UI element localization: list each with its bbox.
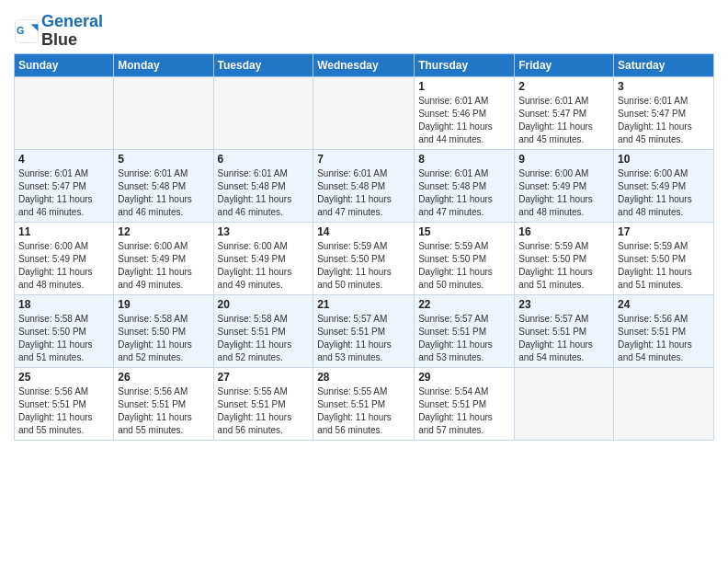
day-number: 29 <box>418 371 510 384</box>
day-info: Sunrise: 5:59 AM Sunset: 5:50 PM Dayligh… <box>518 240 609 292</box>
page-header: G GeneralBlue <box>14 9 714 50</box>
calendar-cell: 24Sunrise: 5:56 AM Sunset: 5:51 PM Dayli… <box>614 294 714 367</box>
calendar-cell: 16Sunrise: 5:59 AM Sunset: 5:50 PM Dayli… <box>515 222 614 294</box>
logo-icon: G <box>14 18 40 44</box>
day-info: Sunrise: 5:59 AM Sunset: 5:50 PM Dayligh… <box>618 240 710 292</box>
calendar-cell: 8Sunrise: 6:01 AM Sunset: 5:48 PM Daylig… <box>415 149 515 222</box>
day-info: Sunrise: 6:00 AM Sunset: 5:49 PM Dayligh… <box>118 240 209 292</box>
calendar-week-row: 11Sunrise: 6:00 AM Sunset: 5:49 PM Dayli… <box>15 222 714 294</box>
day-info: Sunrise: 6:00 AM Sunset: 5:49 PM Dayligh… <box>618 167 710 219</box>
day-number: 10 <box>618 153 710 166</box>
calendar-cell: 29Sunrise: 5:54 AM Sunset: 5:51 PM Dayli… <box>415 367 515 440</box>
day-number: 18 <box>18 298 109 311</box>
day-number: 19 <box>118 298 209 311</box>
calendar-cell: 23Sunrise: 5:57 AM Sunset: 5:51 PM Dayli… <box>515 294 614 367</box>
day-number: 20 <box>218 298 310 311</box>
day-number: 21 <box>317 298 410 311</box>
calendar-header-row: SundayMondayTuesdayWednesdayThursdayFrid… <box>15 53 714 76</box>
calendar-week-row: 18Sunrise: 5:58 AM Sunset: 5:50 PM Dayli… <box>15 294 714 367</box>
day-info: Sunrise: 5:55 AM Sunset: 5:51 PM Dayligh… <box>317 385 410 437</box>
calendar-table: SundayMondayTuesdayWednesdayThursdayFrid… <box>14 53 714 441</box>
day-info: Sunrise: 6:00 AM Sunset: 5:49 PM Dayligh… <box>218 240 310 292</box>
calendar-cell: 1Sunrise: 6:01 AM Sunset: 5:46 PM Daylig… <box>415 76 515 149</box>
day-number: 13 <box>218 225 310 238</box>
calendar-cell: 15Sunrise: 5:59 AM Sunset: 5:50 PM Dayli… <box>415 222 515 294</box>
day-info: Sunrise: 6:01 AM Sunset: 5:48 PM Dayligh… <box>317 167 410 219</box>
calendar-cell: 19Sunrise: 5:58 AM Sunset: 5:50 PM Dayli… <box>114 294 213 367</box>
day-number: 15 <box>418 225 510 238</box>
calendar-cell: 27Sunrise: 5:55 AM Sunset: 5:51 PM Dayli… <box>213 367 313 440</box>
day-info: Sunrise: 5:59 AM Sunset: 5:50 PM Dayligh… <box>317 240 410 292</box>
day-info: Sunrise: 5:56 AM Sunset: 5:51 PM Dayligh… <box>118 385 209 437</box>
day-number: 23 <box>518 298 609 311</box>
calendar-cell: 7Sunrise: 6:01 AM Sunset: 5:48 PM Daylig… <box>313 149 415 222</box>
calendar-cell: 11Sunrise: 6:00 AM Sunset: 5:49 PM Dayli… <box>15 222 114 294</box>
logo: G GeneralBlue <box>14 13 103 50</box>
calendar-cell: 21Sunrise: 5:57 AM Sunset: 5:51 PM Dayli… <box>313 294 415 367</box>
calendar-cell: 17Sunrise: 5:59 AM Sunset: 5:50 PM Dayli… <box>614 222 714 294</box>
header-cell-tuesday: Tuesday <box>213 53 313 76</box>
day-number: 2 <box>518 80 609 93</box>
day-number: 16 <box>518 225 609 238</box>
calendar-cell <box>614 367 714 440</box>
calendar-week-row: 4Sunrise: 6:01 AM Sunset: 5:47 PM Daylig… <box>15 149 714 222</box>
day-number: 4 <box>18 153 109 166</box>
day-info: Sunrise: 6:00 AM Sunset: 5:49 PM Dayligh… <box>18 240 109 292</box>
day-info: Sunrise: 5:59 AM Sunset: 5:50 PM Dayligh… <box>418 240 510 292</box>
day-info: Sunrise: 5:58 AM Sunset: 5:50 PM Dayligh… <box>18 313 109 364</box>
day-info: Sunrise: 6:01 AM Sunset: 5:47 PM Dayligh… <box>618 95 710 146</box>
day-info: Sunrise: 5:54 AM Sunset: 5:51 PM Dayligh… <box>418 385 510 437</box>
day-number: 22 <box>418 298 510 311</box>
calendar-cell: 13Sunrise: 6:00 AM Sunset: 5:49 PM Dayli… <box>213 222 313 294</box>
calendar-cell: 9Sunrise: 6:00 AM Sunset: 5:49 PM Daylig… <box>515 149 614 222</box>
day-info: Sunrise: 6:00 AM Sunset: 5:49 PM Dayligh… <box>518 167 609 219</box>
calendar-cell: 6Sunrise: 6:01 AM Sunset: 5:48 PM Daylig… <box>213 149 313 222</box>
day-info: Sunrise: 6:01 AM Sunset: 5:47 PM Dayligh… <box>18 167 109 219</box>
day-number: 12 <box>118 225 209 238</box>
header-cell-wednesday: Wednesday <box>313 53 415 76</box>
calendar-cell: 18Sunrise: 5:58 AM Sunset: 5:50 PM Dayli… <box>15 294 114 367</box>
day-info: Sunrise: 5:57 AM Sunset: 5:51 PM Dayligh… <box>418 313 510 364</box>
header-cell-saturday: Saturday <box>614 53 714 76</box>
header-cell-friday: Friday <box>515 53 614 76</box>
day-number: 11 <box>18 225 109 238</box>
header-cell-sunday: Sunday <box>15 53 114 76</box>
calendar-cell: 25Sunrise: 5:56 AM Sunset: 5:51 PM Dayli… <box>15 367 114 440</box>
day-info: Sunrise: 6:01 AM Sunset: 5:48 PM Dayligh… <box>418 167 510 219</box>
calendar-cell: 3Sunrise: 6:01 AM Sunset: 5:47 PM Daylig… <box>614 76 714 149</box>
calendar-cell <box>515 367 614 440</box>
day-number: 26 <box>118 371 209 384</box>
day-info: Sunrise: 6:01 AM Sunset: 5:48 PM Dayligh… <box>218 167 310 219</box>
calendar-cell <box>114 76 213 149</box>
day-info: Sunrise: 5:56 AM Sunset: 5:51 PM Dayligh… <box>18 385 109 437</box>
calendar-cell: 5Sunrise: 6:01 AM Sunset: 5:48 PM Daylig… <box>114 149 213 222</box>
day-info: Sunrise: 5:58 AM Sunset: 5:50 PM Dayligh… <box>118 313 209 364</box>
day-number: 5 <box>118 153 209 166</box>
day-info: Sunrise: 5:56 AM Sunset: 5:51 PM Dayligh… <box>618 313 710 364</box>
day-info: Sunrise: 5:58 AM Sunset: 5:51 PM Dayligh… <box>218 313 310 364</box>
calendar-cell: 28Sunrise: 5:55 AM Sunset: 5:51 PM Dayli… <box>313 367 415 440</box>
calendar-cell: 4Sunrise: 6:01 AM Sunset: 5:47 PM Daylig… <box>15 149 114 222</box>
calendar-cell: 12Sunrise: 6:00 AM Sunset: 5:49 PM Dayli… <box>114 222 213 294</box>
calendar-cell <box>15 76 114 149</box>
day-number: 27 <box>218 371 310 384</box>
day-info: Sunrise: 6:01 AM Sunset: 5:48 PM Dayligh… <box>118 167 209 219</box>
day-info: Sunrise: 6:01 AM Sunset: 5:47 PM Dayligh… <box>518 95 609 146</box>
day-number: 7 <box>317 153 410 166</box>
logo-text: GeneralBlue <box>41 13 103 50</box>
day-info: Sunrise: 5:55 AM Sunset: 5:51 PM Dayligh… <box>218 385 310 437</box>
day-number: 25 <box>18 371 109 384</box>
calendar-cell <box>313 76 415 149</box>
day-info: Sunrise: 5:57 AM Sunset: 5:51 PM Dayligh… <box>317 313 410 364</box>
calendar-week-row: 25Sunrise: 5:56 AM Sunset: 5:51 PM Dayli… <box>15 367 714 440</box>
day-number: 6 <box>218 153 310 166</box>
calendar-cell: 10Sunrise: 6:00 AM Sunset: 5:49 PM Dayli… <box>614 149 714 222</box>
calendar-cell: 14Sunrise: 5:59 AM Sunset: 5:50 PM Dayli… <box>313 222 415 294</box>
day-number: 28 <box>317 371 410 384</box>
calendar-cell: 2Sunrise: 6:01 AM Sunset: 5:47 PM Daylig… <box>515 76 614 149</box>
day-number: 14 <box>317 225 410 238</box>
day-number: 1 <box>418 80 510 93</box>
svg-text:G: G <box>17 25 24 36</box>
header-cell-monday: Monday <box>114 53 213 76</box>
day-number: 24 <box>618 298 710 311</box>
